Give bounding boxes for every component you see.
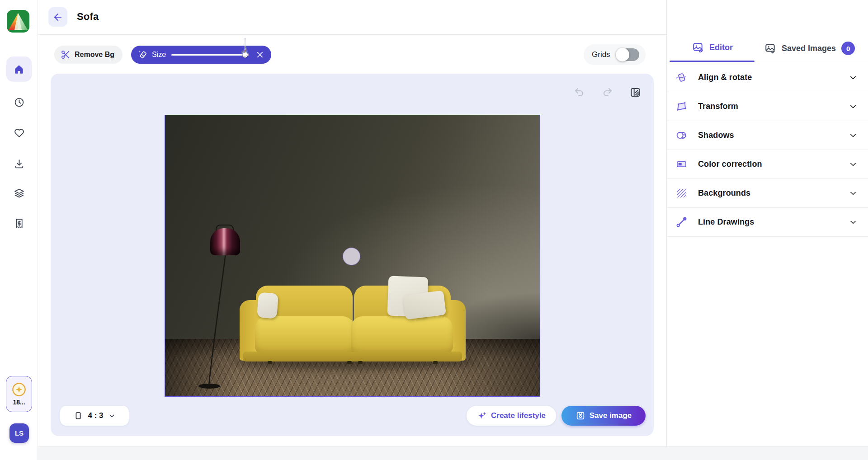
arrow-left-icon — [52, 12, 63, 23]
create-lifestyle-button[interactable]: Create lifestyle — [467, 406, 556, 426]
sidebar-item-home[interactable] — [6, 56, 32, 82]
section-line-drawings[interactable]: Line Drawings — [667, 208, 868, 237]
section-align-rotate[interactable]: Align & rotate — [667, 63, 868, 92]
heart-icon — [14, 127, 25, 139]
editor-canvas: 4 : 3 Create lifestyle Save image — [51, 74, 654, 436]
undo-icon — [574, 87, 585, 98]
sidebar-item-layers[interactable] — [6, 180, 32, 206]
coin-icon — [12, 382, 26, 397]
chevron-down-icon — [849, 189, 858, 198]
sidebar: 18... LS — [0, 0, 38, 460]
section-color-correction[interactable]: Color correction — [667, 150, 868, 179]
chevron-down-icon — [849, 131, 858, 140]
app-logo[interactable] — [7, 10, 29, 33]
scissors-icon — [61, 50, 71, 60]
save-icon — [576, 411, 585, 421]
lamp-base — [198, 384, 220, 389]
aspect-ratio-value: 4 : 3 — [88, 411, 103, 420]
save-image-button[interactable]: Save image — [561, 406, 646, 426]
size-slider-thumb[interactable] — [242, 52, 248, 57]
grids-control: Grids — [584, 44, 646, 65]
grids-label: Grids — [592, 50, 610, 59]
download-icon — [14, 158, 25, 169]
close-icon — [256, 51, 264, 59]
section-backgrounds[interactable]: Backgrounds — [667, 179, 868, 208]
color-correction-icon — [675, 158, 688, 170]
undo-button[interactable] — [570, 83, 589, 102]
transform-icon — [675, 100, 688, 113]
eraser-size-preview — [343, 248, 360, 265]
magic-eraser-icon — [137, 49, 148, 60]
chevron-down-icon — [849, 160, 858, 169]
receipt-icon — [14, 218, 25, 229]
redo-icon — [602, 87, 613, 98]
home-icon — [13, 63, 25, 75]
split-panel-icon — [629, 86, 642, 99]
avatar-initials: LS — [15, 429, 24, 437]
sparkles-icon — [477, 411, 487, 421]
shadows-icon — [675, 129, 688, 141]
backgrounds-icon — [675, 187, 688, 199]
sidebar-item-favorites[interactable] — [6, 120, 32, 146]
product-image[interactable] — [165, 115, 540, 396]
image-check-icon — [764, 42, 776, 54]
aspect-ratio-select[interactable]: 4 : 3 — [60, 406, 129, 426]
tab-editor[interactable]: Editor — [692, 42, 733, 53]
compare-panel-button[interactable] — [626, 83, 645, 102]
clock-icon — [14, 97, 25, 108]
align-rotate-icon — [675, 71, 688, 84]
size-close-button[interactable] — [255, 50, 265, 60]
bottom-band — [38, 446, 868, 460]
section-shadows[interactable]: Shadows — [667, 121, 868, 150]
remove-bg-label: Remove Bg — [75, 51, 114, 59]
create-lifestyle-label: Create lifestyle — [491, 411, 546, 420]
pillow-bolster — [257, 292, 278, 319]
header-divider — [38, 34, 666, 35]
user-avatar[interactable]: LS — [9, 423, 29, 443]
redo-button[interactable] — [598, 83, 617, 102]
grids-toggle[interactable] — [616, 48, 639, 61]
lamp-shade — [210, 228, 240, 255]
line-drawings-icon — [675, 216, 688, 228]
image-edit-icon — [692, 42, 704, 53]
chevron-down-icon — [108, 412, 116, 420]
editor-panel: Editor Saved Images 0 Align & rotate — [666, 0, 868, 446]
grids-toggle-knob — [616, 48, 629, 61]
size-label: Size — [152, 51, 166, 59]
chevron-down-icon — [849, 218, 858, 227]
active-tab-underline — [670, 61, 755, 62]
sidebar-item-history[interactable] — [6, 89, 32, 115]
tab-saved-images[interactable]: Saved Images 0 — [764, 42, 855, 55]
tab-saved-label: Saved Images — [782, 44, 836, 53]
sofa-object — [240, 285, 466, 364]
save-image-label: Save image — [590, 411, 632, 420]
section-transform[interactable]: Transform — [667, 92, 868, 121]
app-window: 18... LS Sofa Remove Bg Size — [0, 0, 868, 460]
portrait-frame-icon — [73, 411, 83, 421]
credits-badge[interactable]: 18... — [6, 376, 32, 412]
remove-bg-button[interactable]: Remove Bg — [54, 46, 123, 64]
sidebar-item-billing[interactable] — [6, 211, 32, 236]
back-button[interactable] — [48, 7, 67, 27]
chevron-down-icon — [849, 102, 858, 111]
credits-count: 18... — [13, 399, 25, 406]
page-title: Sofa — [77, 11, 99, 23]
tab-editor-label: Editor — [709, 43, 733, 52]
pillow-front — [403, 291, 446, 320]
sidebar-item-downloads[interactable] — [6, 151, 32, 176]
app-logo-icon — [7, 10, 29, 33]
size-tool-pill: Size — [131, 46, 271, 64]
saved-images-count-badge: 0 — [841, 42, 855, 55]
chevron-down-icon — [849, 73, 858, 82]
layers-icon — [14, 188, 25, 199]
size-slider[interactable] — [171, 54, 249, 56]
